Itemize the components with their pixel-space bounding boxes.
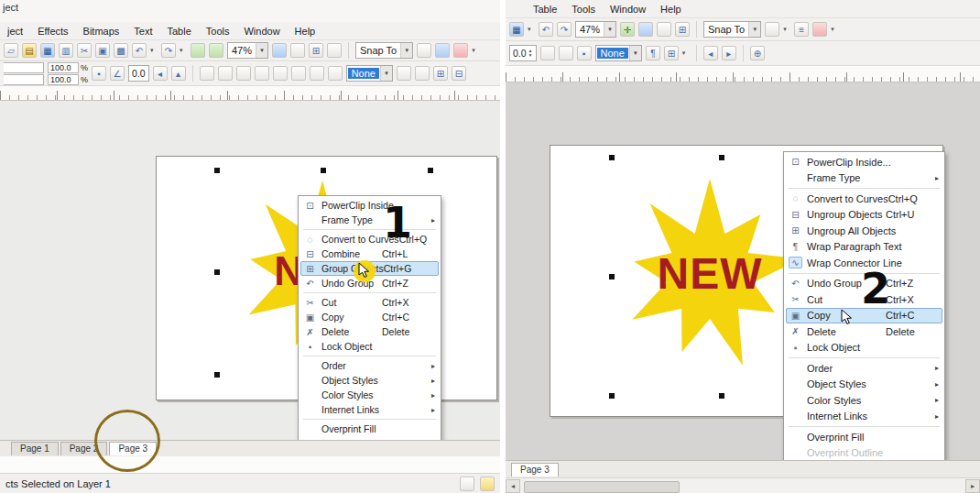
scale-y-field[interactable]: 100.0 (48, 74, 79, 85)
zoom-level-combo[interactable]: 47% ▾ (227, 42, 268, 59)
snap-to-dropdown-icon[interactable]: ▾ (400, 43, 412, 58)
context-menu-item-order[interactable]: Order▸ (786, 360, 942, 377)
show-grid-icon[interactable]: ⊞ (664, 46, 679, 60)
outline-width-dropdown-icon[interactable]: ▾ (629, 46, 641, 60)
scroll-left-icon[interactable]: ◂ (506, 479, 520, 493)
drawing-canvas[interactable]: NEW ⊡PowerClip Inside...Frame Type▸◌Conv… (506, 82, 980, 460)
to-front-icon[interactable] (397, 66, 411, 81)
options-icon[interactable] (417, 43, 431, 58)
menu-item-tools[interactable]: Tools (564, 2, 603, 16)
context-menu-item-wrap-paragraph-text[interactable]: ¶Wrap Paragraph Text (786, 239, 942, 256)
context-menu-item-combine[interactable]: ⊟CombineCtrl+L (300, 246, 439, 261)
selection-handle[interactable] (214, 269, 220, 275)
back-minus-front-icon[interactable] (310, 66, 324, 81)
zoom-level-combo[interactable]: 47% ▾ (575, 21, 616, 38)
page-tab-page-3[interactable]: Page 3 (511, 463, 559, 477)
context-menu-item-object-styles[interactable]: Object Styles▸ (786, 377, 942, 393)
pan-tool-icon[interactable]: ✛ (620, 22, 635, 37)
context-menu-item-delete[interactable]: ✗DeleteDelete (786, 323, 942, 340)
new-document-icon[interactable]: ▱ (4, 43, 18, 58)
undo-icon[interactable]: ↶ (539, 22, 553, 37)
context-menu-item-internet-links[interactable]: Internet Links▸ (300, 402, 439, 417)
distribute-icon[interactable] (559, 46, 573, 60)
context-menu-item-convert-to-curves[interactable]: ◌Convert to CurvesCtrl+Q (786, 191, 942, 207)
to-front-icon[interactable]: ◂ (703, 46, 718, 60)
menu-item-text[interactable]: Text (126, 24, 159, 38)
simplify-icon[interactable] (273, 66, 288, 81)
save-icon[interactable]: ▦ (509, 22, 524, 37)
launcher-dropdown-icon[interactable]: ▾ (831, 26, 838, 33)
outline-width-combo[interactable]: None ▾ (595, 45, 642, 61)
selection-handle[interactable] (609, 274, 615, 279)
context-menu-item-object-styles[interactable]: Object Styles▸ (300, 373, 439, 388)
zoom-dropdown-icon[interactable]: ▾ (604, 22, 615, 37)
weld-icon[interactable] (218, 66, 233, 81)
snap-to-dropdown-icon[interactable]: ▾ (748, 22, 760, 37)
add-node-icon[interactable]: ⊕ (750, 46, 765, 60)
intersect-icon[interactable] (255, 66, 269, 81)
copy-icon[interactable]: ▣ (95, 43, 110, 58)
rotation-angle-field[interactable]: 0.0 (128, 65, 149, 82)
context-menu-item-powerclip-inside[interactable]: ⊡PowerClip Inside... (786, 154, 942, 170)
selection-handle[interactable] (214, 372, 220, 378)
scale-x-field[interactable]: 100.0 (48, 62, 79, 73)
scrollbar-thumb[interactable] (524, 481, 680, 493)
lock-ratio-icon[interactable]: ▪ (92, 66, 106, 81)
selection-handle[interactable] (609, 155, 615, 160)
show-grid-icon[interactable]: ⊞ (675, 22, 690, 37)
fill-color-swatch-icon[interactable] (480, 477, 495, 491)
object-size-fields[interactable] (4, 62, 44, 85)
save-icon[interactable]: ▦ (40, 43, 55, 58)
selection-handle[interactable] (719, 393, 724, 399)
selection-handle[interactable] (719, 155, 724, 160)
wrap-text-icon[interactable]: ¶ (646, 46, 660, 60)
page-tab-page-1[interactable]: Page 1 (11, 442, 59, 455)
horizontal-scrollbar[interactable]: ◂ ▸ (506, 477, 980, 493)
menu-item-window[interactable]: Window (603, 2, 653, 16)
open-icon[interactable]: ▤ (22, 43, 37, 58)
undo-icon[interactable]: ↶ (132, 43, 147, 58)
context-menu-item-order[interactable]: Order▸ (300, 358, 439, 373)
create-boundary-icon[interactable] (328, 66, 343, 81)
fullscreen-preview-icon[interactable] (638, 22, 653, 37)
context-menu-item-ungroup-objects[interactable]: ⊟Ungroup ObjectsCtrl+U (786, 207, 942, 224)
spinner-icon[interactable]: ▲▼ (527, 49, 533, 58)
snap-to-dropdown[interactable]: Snap To ▾ (355, 42, 413, 59)
menu-item-table[interactable]: Table (160, 24, 199, 38)
context-menu-item-powerclip-inside[interactable]: ⊡PowerClip Inside... (300, 198, 439, 213)
menu-item-help[interactable]: Help (288, 24, 323, 38)
combine-tool-icon[interactable] (200, 66, 214, 81)
context-menu-item-frame-type[interactable]: Frame Type▸ (786, 170, 942, 187)
sun-logo-graphic[interactable]: NEW (609, 174, 811, 376)
redo-icon[interactable]: ↷ (557, 22, 572, 37)
application-launcher-icon[interactable] (435, 43, 450, 58)
launcher-dropdown-icon[interactable]: ▾ (472, 47, 479, 54)
save-dropdown-icon[interactable]: ▾ (528, 26, 535, 33)
options-dropdown-icon[interactable]: ▾ (783, 26, 790, 33)
context-menu-item-overprint-fill[interactable]: Overprint Fill (786, 429, 942, 445)
menu-item-tools[interactable]: Tools (199, 24, 237, 38)
context-menu-item-lock-object[interactable]: ▪Lock Object (300, 339, 439, 354)
to-back-icon[interactable] (415, 66, 430, 81)
mirror-vertical-icon[interactable]: ▴ (171, 66, 186, 81)
menu-item-table[interactable]: Table (526, 2, 564, 16)
zoom-dropdown-icon[interactable]: ▾ (256, 43, 267, 58)
context-menu-item-cut[interactable]: ✂CutCtrl+X (300, 295, 439, 310)
layout-icon[interactable]: ≡ (794, 22, 809, 37)
to-back-icon[interactable]: ▸ (722, 46, 736, 60)
mirror-horizontal-icon[interactable]: ◂ (153, 66, 168, 81)
selection-handle[interactable] (214, 168, 220, 173)
redo-dropdown-icon[interactable]: ▾ (180, 47, 187, 54)
fullscreen-preview-icon[interactable] (272, 43, 287, 58)
context-menu-item-color-styles[interactable]: Color Styles▸ (300, 388, 439, 402)
grid-dropdown-icon[interactable]: ▾ (682, 49, 690, 57)
horizontal-ruler[interactable] (506, 66, 980, 82)
selection-handle[interactable] (428, 168, 433, 173)
menu-item-effects[interactable]: Effects (30, 24, 75, 38)
context-menu-item-delete[interactable]: ✗DeleteDelete (300, 324, 439, 339)
selection-handle[interactable] (321, 168, 326, 173)
cut-icon[interactable]: ✂ (77, 43, 92, 58)
print-icon[interactable]: ▥ (59, 43, 73, 58)
paste-icon[interactable]: ▩ (114, 43, 128, 58)
import-icon[interactable] (191, 43, 205, 58)
